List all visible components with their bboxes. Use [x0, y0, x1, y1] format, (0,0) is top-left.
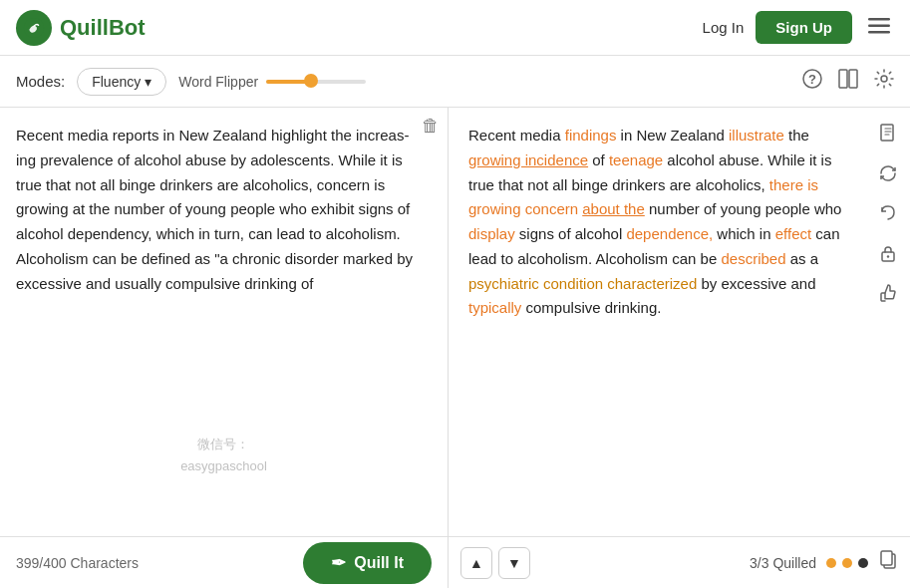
rtext-13: compulsive drinking.	[521, 299, 661, 316]
right-sidebar	[866, 108, 910, 588]
rtext-psychiatric: psychiatric condition characterized	[468, 275, 697, 292]
rtext-9: which in	[713, 225, 775, 242]
rtext-growing-incidence: growing incidence	[468, 151, 588, 168]
char-count: 399/400 Characters	[16, 555, 139, 571]
slider-thumb	[304, 74, 318, 88]
undo-icon-button[interactable]	[870, 195, 906, 231]
main-area: 🗑 Recent media reports in New Zealand hi…	[0, 108, 910, 588]
compare-button[interactable]	[838, 69, 858, 94]
header-right: Log In Sign Up	[703, 11, 894, 44]
rtext-11: as a	[786, 250, 819, 267]
chevron-down-icon: ▾	[145, 74, 152, 90]
fluency-label: Fluency	[92, 74, 141, 90]
right-panel-text: Recent media findings in New Zealand ill…	[449, 108, 910, 536]
dot-2	[842, 558, 852, 568]
rtext-display: display	[468, 225, 515, 242]
dot-1	[826, 558, 836, 568]
rtext-dependence: dependence,	[626, 225, 713, 242]
rtext-4: of	[588, 151, 609, 168]
quilled-count: 3/3 Quilled	[750, 555, 816, 571]
svg-rect-1	[868, 18, 890, 21]
watermark-line1: 微信号：	[197, 437, 249, 451]
toolbar-right: ?	[802, 69, 894, 94]
quill-it-label: Quill It	[354, 554, 404, 572]
nav-arrows: ▲ ▼	[460, 547, 530, 579]
quill-icon: ✒	[331, 552, 346, 574]
rtext-teenage: teenage	[609, 151, 663, 168]
watermark-line2: easygpaschool	[180, 458, 267, 473]
rtext-described: described	[721, 250, 785, 267]
rtext-effect: effect	[775, 225, 811, 242]
watermark: 微信号： easygpaschool	[180, 434, 267, 476]
rtext-12: by excessive and	[697, 275, 815, 292]
help-button[interactable]: ?	[802, 69, 822, 94]
rtext-findings: findings	[565, 127, 617, 144]
menu-button[interactable]	[864, 12, 894, 43]
left-panel-text[interactable]: 🗑 Recent media reports in New Zealand hi…	[0, 108, 448, 536]
rtext-1: Recent media	[468, 127, 565, 144]
logo-icon	[16, 10, 52, 46]
thumbsup-icon-button[interactable]	[870, 275, 906, 311]
rtext-7: number of young people who	[645, 200, 842, 217]
delete-button[interactable]: 🗑	[422, 116, 440, 137]
input-text: Recent media reports in New Zealand high…	[16, 127, 413, 292]
rtext-typically: typically	[468, 299, 521, 316]
prev-arrow-button[interactable]: ▲	[460, 547, 492, 579]
modes-label: Modes:	[16, 73, 65, 90]
lock-icon-button[interactable]	[870, 235, 906, 271]
right-wrapper: Recent media findings in New Zealand ill…	[449, 108, 910, 588]
word-flipper-label: Word Flipper	[178, 74, 258, 90]
refresh-icon-button[interactable]	[870, 155, 906, 191]
header: QuillBot Log In Sign Up	[0, 0, 910, 56]
rtext-illustrate: illustrate	[729, 127, 784, 144]
svg-text:?: ?	[808, 72, 816, 87]
svg-rect-3	[868, 31, 890, 34]
quill-it-button[interactable]: ✒ Quill It	[303, 542, 432, 584]
fluency-mode-button[interactable]: Fluency ▾	[77, 68, 166, 96]
new-doc-icon-button[interactable]	[870, 116, 906, 151]
right-panel-bottom: ▲ ▼ 3/3 Quilled	[449, 536, 910, 588]
settings-button[interactable]	[874, 69, 894, 94]
next-arrow-button[interactable]: ▼	[498, 547, 530, 579]
logo-text: QuillBot	[60, 15, 146, 41]
left-text-wrapper: 🗑 Recent media reports in New Zealand hi…	[0, 108, 448, 536]
svg-rect-11	[881, 125, 893, 141]
svg-rect-6	[839, 70, 847, 88]
svg-point-13	[887, 255, 889, 257]
rtext-8: signs of alcohol	[515, 225, 627, 242]
rtext-about-the: about the	[582, 200, 645, 217]
svg-rect-7	[849, 70, 857, 88]
rtext-2: in New Zealand	[616, 127, 729, 144]
dots-indicator	[826, 558, 868, 568]
svg-rect-2	[868, 25, 890, 28]
left-panel-bottom: 399/400 Characters ✒ Quill It	[0, 536, 448, 588]
rtext-3: the	[784, 127, 809, 144]
svg-point-8	[881, 76, 887, 82]
logo-area: QuillBot	[16, 10, 146, 46]
signup-button[interactable]: Sign Up	[756, 11, 852, 44]
toolbar-left: Modes: Fluency ▾ Word Flipper	[16, 68, 366, 96]
word-flipper-area: Word Flipper	[178, 74, 366, 90]
toolbar: Modes: Fluency ▾ Word Flipper ?	[0, 56, 910, 108]
login-button[interactable]: Log In	[703, 19, 745, 36]
right-panel: Recent media findings in New Zealand ill…	[449, 108, 910, 588]
left-panel: 🗑 Recent media reports in New Zealand hi…	[0, 108, 449, 588]
word-flipper-slider[interactable]	[266, 80, 366, 84]
